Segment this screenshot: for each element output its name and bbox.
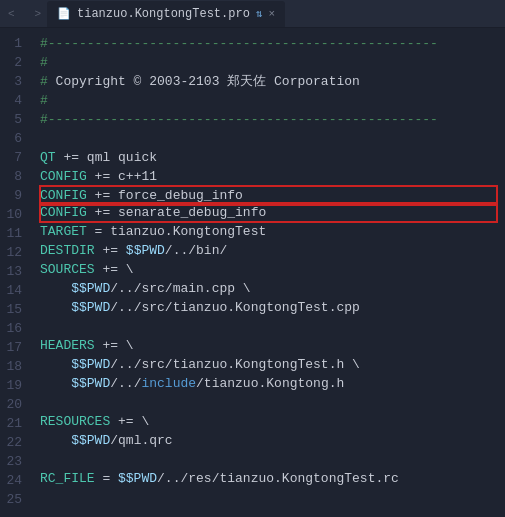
title-bar: < > 📄 tianzuo.KongtongTest.pro ⇅ ×	[0, 0, 505, 28]
tab-filename: tianzuo.KongtongTest.pro	[77, 7, 250, 21]
code-line-13: SOURCES += \	[40, 260, 497, 279]
line-num-25: 25	[0, 490, 22, 509]
code-line-18: $$PWD/../src/tianzuo.KongtongTest.h \	[40, 355, 497, 374]
line-num-20: 20	[0, 395, 22, 414]
editor: 1 2 3 4 5 6 7 8 9 10 11 12 13 14 15 16 1…	[0, 28, 505, 517]
code-area[interactable]: #---------------------------------------…	[32, 28, 505, 517]
line-num-13: 13	[0, 262, 22, 281]
line-num-23: 23	[0, 452, 22, 471]
line-num-17: 17	[0, 338, 22, 357]
code-line-2: #	[40, 53, 497, 72]
line-num-12: 12	[0, 243, 22, 262]
line-num-8: 8	[0, 167, 22, 186]
line-num-15: 15	[0, 300, 22, 319]
line-num-14: 14	[0, 281, 22, 300]
code-line-22: $$PWD/qml.qrc	[40, 431, 497, 450]
code-line-21: RESOURCES += \	[40, 412, 497, 431]
code-line-12: DESTDIR += $$PWD/../bin/	[40, 241, 497, 260]
line-num-10: 10	[0, 205, 22, 224]
line-num-19: 19	[0, 376, 22, 395]
code-line-11: TARGET = tianzuo.KongtongTest	[40, 222, 497, 241]
code-line-8: CONFIG += c++11	[40, 167, 497, 186]
line-num-1: 1	[0, 34, 22, 53]
code-line-10: CONFIG += senarate_debug_info	[40, 203, 497, 222]
line-numbers: 1 2 3 4 5 6 7 8 9 10 11 12 13 14 15 16 1…	[0, 28, 32, 517]
line-num-18: 18	[0, 357, 22, 376]
nav-arrows[interactable]: < >	[8, 8, 41, 20]
code-line-7: QT += qml quick	[40, 148, 497, 167]
code-line-20	[40, 393, 497, 412]
code-line-16	[40, 317, 497, 336]
line-num-9: 9	[0, 186, 22, 205]
code-line-6	[40, 129, 497, 148]
file-icon: 📄	[57, 7, 71, 20]
line-num-11: 11	[0, 224, 22, 243]
code-line-1: #---------------------------------------…	[40, 34, 497, 53]
line-num-22: 22	[0, 433, 22, 452]
line-num-21: 21	[0, 414, 22, 433]
line-num-5: 5	[0, 110, 22, 129]
code-line-17: HEADERS += \	[40, 336, 497, 355]
tab-close-icon[interactable]: ×	[268, 8, 275, 20]
tab-swap-icon[interactable]: ⇅	[256, 7, 263, 20]
line-num-7: 7	[0, 148, 22, 167]
code-line-4: #	[40, 91, 497, 110]
code-line-15: $$PWD/../src/tianzuo.KongtongTest.cpp	[40, 298, 497, 317]
line-num-6: 6	[0, 129, 22, 148]
code-line-25	[40, 488, 497, 507]
code-line-3: # Copyright © 2003-2103 郑天佐 Corporation	[40, 72, 497, 91]
code-line-24: RC_FILE = $$PWD/../res/tianzuo.KongtongT…	[40, 469, 497, 488]
line-num-3: 3	[0, 72, 22, 91]
line-num-16: 16	[0, 319, 22, 338]
code-line-14: $$PWD/../src/main.cpp \	[40, 279, 497, 298]
code-line-19: $$PWD/../include/tianzuo.Kongtong.h	[40, 374, 497, 393]
code-line-5: #---------------------------------------…	[40, 110, 497, 129]
code-line-23	[40, 450, 497, 469]
line-num-4: 4	[0, 91, 22, 110]
line-num-2: 2	[0, 53, 22, 72]
file-tab[interactable]: 📄 tianzuo.KongtongTest.pro ⇅ ×	[47, 1, 285, 27]
line-num-24: 24	[0, 471, 22, 490]
